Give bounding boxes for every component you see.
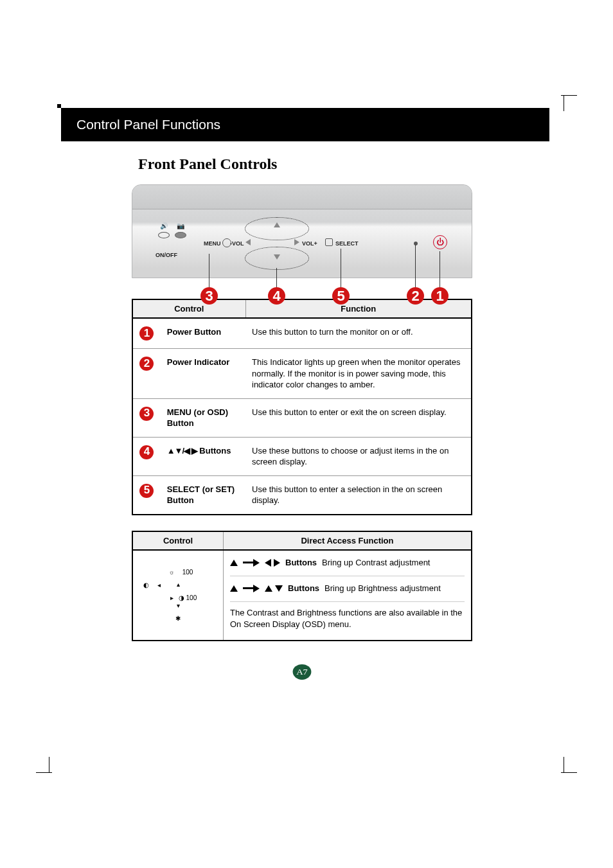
table-row: 1 Power Button Use this button to turn t… [132,318,472,349]
direct-access-note: The Contrast and Brightness functions ar… [230,601,465,632]
row-control: Power Indicator [161,349,245,399]
buttons-label: Buttons [288,583,319,595]
page-number-badge: A7 [293,664,312,680]
row-function: Use this button to turn the monitor on o… [245,318,472,349]
row-num-icon: 3 [139,407,154,421]
callout-4: 4 [268,287,285,305]
callout-2: 2 [407,287,424,305]
up-triangle-icon [230,585,238,592]
vol-plus-icon [294,239,299,245]
up-triangle-icon [265,585,272,592]
th-control: Control [132,299,245,318]
row-control: MENU (or OSD) Button [161,398,245,437]
up-triangle-icon [230,560,238,566]
row-num-icon: 1 [139,326,154,341]
sun-value: 100 [182,568,193,578]
row-control: ▲▼/◀ ▶ Buttons [161,437,245,475]
direct-access-row-brightness: Buttons Bring up Brightness adjustment [230,576,465,595]
diagram-menu-label: MENU [204,240,221,247]
table-row: 3 MENU (or OSD) Button Use this button t… [132,398,472,437]
sun-icon: ☼ [168,568,174,578]
select-button-icon [325,238,333,246]
row-function: This Indicator lights up green when the … [245,349,472,399]
table-row: 2 Power Indicator This Indicator lights … [132,349,472,399]
section-title: Front Panel Controls [138,155,549,173]
source-button-icon [175,232,186,238]
diagram-volm-label: -VOL [230,240,244,247]
arrow-right-icon [243,585,260,592]
diagram-onoff-label: ON/OFF [155,252,177,258]
moon-value: 100 [186,594,197,601]
direct-access-row-contrast: Buttons Bring up Contrast adjustment [230,557,465,569]
diagram-volp-label: VOL+ [302,240,317,247]
controls-table: Control Function 1 Power Button Use this… [132,299,472,515]
speaker-onoff-button-icon [158,232,170,238]
callout-3: 3 [200,287,218,305]
table-row: 4 ▲▼/◀ ▶ Buttons Use these buttons to ch… [132,437,472,475]
left-triangle-icon [265,559,271,567]
power-indicator-dot-icon [414,242,418,245]
table-row: 5 SELECT (or SET) Button Use this button… [132,475,472,515]
direct-access-mini-diagram: ☼100 ◐◂ ▸◑ 100 ▴ ▾ ✱ [139,563,217,624]
row-control: Power Button [161,318,245,349]
down-triangle-icon [275,585,283,592]
row-control: SELECT (or SET) Button [161,475,245,515]
row-function: Use these buttons to choose or adjust it… [245,437,472,475]
row-num-icon: 5 [139,484,154,498]
row-num-icon: 2 [139,357,154,371]
row-num-icon: 4 [139,445,154,459]
power-button-icon: ⏻ [433,235,447,249]
buttons-label: Buttons [285,557,317,569]
moon-icon: ◑ [179,594,184,601]
direct-access-table: Control Direct Access Function ☼100 ◐◂ ▸… [132,531,472,641]
row-function: Use this button to enter or exit the on … [245,398,472,437]
direct-access-desc: Bring up Brightness adjustment [324,583,441,595]
half-circle-left-icon: ◐ [143,581,149,590]
callout-1: 1 [431,287,449,305]
direct-access-desc: Bring up Contrast adjustment [322,557,430,569]
th-control2: Control [132,531,224,550]
row-function: Use this button to enter a selection in … [245,475,472,515]
arrow-right-icon [243,559,260,567]
page-header-title: Control Panel Functions [76,117,220,132]
page-header-band: Control Panel Functions [61,108,549,141]
vol-minus-icon [245,239,251,245]
front-panel-diagram: 🔊 📷 ON/OFF MENU -VOL VOL+ SELECT ⏻ [132,184,472,278]
callout-5: 5 [332,287,350,305]
right-triangle-icon [274,559,280,567]
diagram-select-label: SELECT [335,240,359,247]
th-function2: Direct Access Function [224,531,472,550]
gear-icon: ✱ [139,614,217,624]
